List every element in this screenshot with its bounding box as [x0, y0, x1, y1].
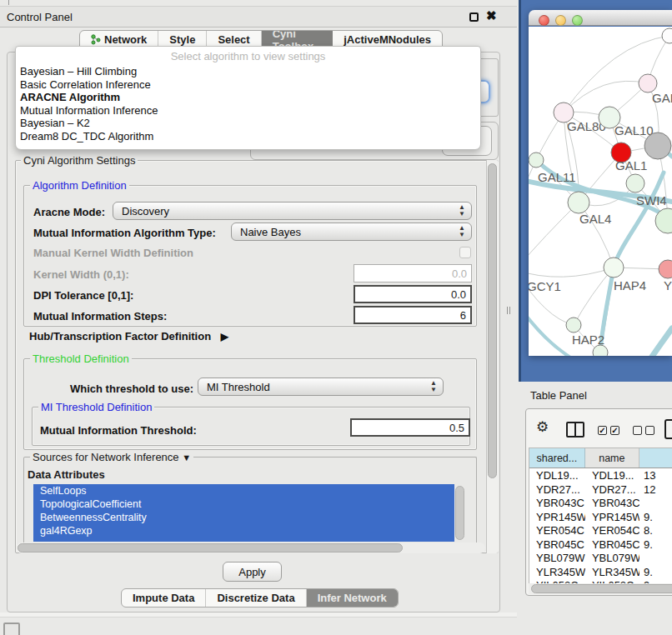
close-icon[interactable]: ✖ — [486, 8, 497, 23]
table-row[interactable]: YER054CYER054C8. — [529, 524, 672, 538]
settings-vscrollbar-thumb[interactable] — [488, 163, 497, 478]
manual-kernel-checkbox[interactable] — [459, 247, 471, 258]
network-node-swi4[interactable] — [626, 174, 644, 192]
columns-icon[interactable] — [566, 422, 584, 438]
network-edge[interactable] — [529, 270, 574, 325]
zoom-traffic-light[interactable] — [572, 15, 583, 26]
attribute-list-item[interactable]: TopologicalCoefficient — [33, 498, 454, 511]
table-hscrollbar-thumb[interactable] — [531, 584, 672, 593]
checked-checkbox-icon[interactable]: ✓ — [598, 426, 607, 435]
minimize-traffic-light[interactable] — [555, 15, 566, 26]
network-edge[interactable] — [649, 328, 672, 356]
mi-type-combo[interactable]: Naive Bayes ▲▼ — [231, 222, 472, 241]
network-node-gal11[interactable] — [529, 152, 544, 168]
mi-steps-value: 6 — [460, 309, 466, 322]
settings-hscrollbar-thumb[interactable] — [18, 543, 403, 552]
which-threshold-label: Which threshold to use: — [70, 382, 193, 395]
threshold-definition-title: Threshold Definition — [30, 352, 132, 365]
dropdown-item[interactable]: Bayesian – K2 — [16, 117, 480, 130]
attribute-list-item[interactable]: BetweennessCentrality — [33, 511, 454, 524]
table-cell: 8. — [639, 524, 672, 538]
attributes-scrollbar[interactable] — [455, 486, 464, 540]
dropdown-item[interactable]: ARACNE Algorithm — [16, 91, 480, 104]
mi-type-value: Naive Bayes — [240, 226, 301, 238]
table-function-icon[interactable] — [664, 419, 672, 439]
dropdown-item[interactable]: Bayesian – Hill Climbing — [16, 65, 480, 78]
table-row[interactable]: YDL19...YDL19...13 — [529, 469, 672, 483]
close-traffic-light[interactable] — [539, 15, 549, 26]
mi-steps-field[interactable]: 6 — [354, 306, 472, 324]
network-node-gal[interactable] — [639, 74, 657, 92]
table-cell: YBR043C — [529, 497, 585, 511]
tab-label: Select — [218, 33, 249, 46]
data-attributes-list[interactable]: SelfLoopsTopologicalCoefficientBetweenne… — [33, 484, 454, 542]
tab-infer-network[interactable]: Infer Network — [307, 589, 398, 607]
dropdown-item[interactable]: Basic Correlation Inference — [16, 78, 480, 92]
table-cell: 9. — [639, 566, 672, 580]
node-label: GAL4 — [579, 212, 611, 226]
control-panel-title: Control Panel — [7, 11, 73, 23]
network-node-gal4[interactable] — [568, 192, 589, 213]
checked-checkbox-icon[interactable]: ✓ — [610, 426, 619, 435]
algorithm-definition-title: Algorithm Definition — [30, 179, 129, 192]
stepper-arrows-icon: ▲▼ — [459, 204, 465, 218]
table-cell: YDL19... — [529, 469, 585, 483]
gear-icon[interactable]: ⚙ — [536, 418, 549, 436]
kernel-width-field[interactable]: 0.0 — [354, 264, 472, 282]
table-row[interactable]: YBR043CYBR043C — [529, 497, 672, 511]
app-screen: Control Panel ✖ NetworkStyleSelectCyni T… — [0, 0, 672, 635]
aracne-mode-combo[interactable]: Discovery ▲▼ — [113, 202, 472, 220]
apply-button[interactable]: Apply — [223, 562, 282, 582]
sources-title-row[interactable]: Sources for Network Inference ▼ — [30, 451, 193, 463]
node-table: shared...name YDL19...YDL19...13YDR27...… — [529, 448, 672, 584]
aracne-mode-label: Aracne Mode: — [33, 206, 105, 218]
network-node[interactable] — [593, 345, 608, 356]
attribute-list-item[interactable]: gal4RGexp — [33, 524, 454, 538]
table-cell — [639, 552, 672, 566]
table-row[interactable]: YDR27...YDR27...12 — [529, 483, 672, 498]
table-row[interactable]: YLR345WYLR345W9. — [529, 566, 672, 580]
table-cell: YBR045C — [529, 538, 585, 552]
column-header[interactable] — [639, 448, 672, 468]
mi-threshold-value: 0.5 — [449, 422, 464, 434]
tab-impute-data[interactable]: Impute Data — [122, 589, 206, 607]
panel-splitter-handle[interactable] — [507, 307, 510, 314]
table-row[interactable]: YBR045CYBR045C9. — [529, 538, 672, 552]
table-header-row: shared...name — [529, 448, 672, 468]
network-canvas[interactable]: GALGAL80GAL10GAL1GAL11SWI4GAL4GCY1HAP4YH… — [529, 27, 672, 356]
data-attributes-label: Data Attributes — [28, 468, 105, 481]
mi-threshold-field[interactable]: 0.5 — [350, 418, 470, 437]
table-cell: YBL079W — [529, 552, 585, 566]
dropdown-item[interactable]: Mutual Information Inference — [16, 104, 480, 118]
network-edge[interactable] — [529, 202, 579, 270]
attribute-list-item[interactable]: SelfLoops — [33, 484, 454, 498]
network-node[interactable] — [644, 132, 671, 159]
unchecked-checkbox-icon[interactable] — [645, 426, 654, 435]
unchecked-checkbox-icon[interactable] — [633, 426, 642, 435]
network-node[interactable] — [662, 28, 672, 43]
dropdown-placeholder: Select algorithm to view settings — [16, 47, 480, 65]
hub-definition-toggle[interactable]: Hub/Transcription Factor Definition ▶ — [29, 330, 228, 342]
tab-discretize-data[interactable]: Discretize Data — [206, 589, 306, 607]
table-row[interactable]: YBL079WYBL079W — [529, 552, 672, 566]
collapsed-panel-button[interactable] — [3, 622, 20, 635]
network-node-hap2[interactable] — [566, 318, 581, 332]
column-header[interactable]: shared... — [529, 448, 585, 468]
network-node-hap4[interactable] — [604, 258, 624, 278]
network-graph: GALGAL80GAL10GAL1GAL11SWI4GAL4GCY1HAP4YH… — [529, 27, 672, 356]
table-hscrollbar-track[interactable] — [529, 583, 672, 594]
network-icon — [91, 34, 101, 45]
top-tick — [8, 0, 9, 5]
dropdown-item[interactable]: Dream8 DC_TDC Algorithm — [16, 130, 480, 143]
network-window-titlebar[interactable] — [529, 10, 672, 26]
float-panel-icon[interactable] — [469, 12, 479, 22]
network-node-y[interactable] — [659, 260, 672, 278]
column-header[interactable]: name — [585, 448, 639, 468]
which-threshold-combo[interactable]: MI Threshold ▲▼ — [198, 378, 444, 396]
dpi-tolerance-label: DPI Tolerance [0,1]: — [33, 289, 133, 302]
dpi-tolerance-field[interactable]: 0.0 — [354, 285, 472, 303]
network-edge[interactable] — [529, 268, 614, 277]
algorithm-dropdown-popup: Select algorithm to view settings Bayesi… — [15, 46, 481, 150]
table-cell — [639, 497, 672, 511]
table-row[interactable]: YPR145WYPR145W9. — [529, 511, 672, 525]
